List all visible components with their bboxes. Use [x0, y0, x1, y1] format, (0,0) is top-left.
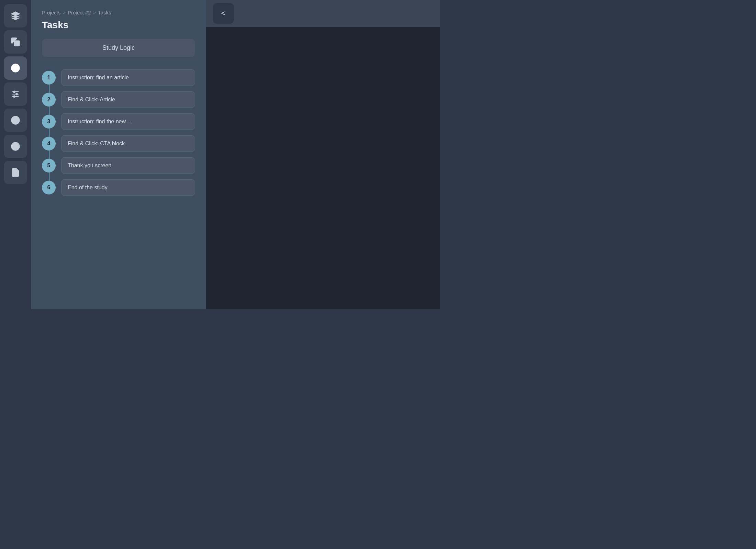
- task-number-2: 2: [42, 93, 56, 107]
- task-row: 5Thank you screen: [42, 155, 195, 177]
- breadcrumb-tasks[interactable]: Tasks: [98, 10, 111, 15]
- upload-icon[interactable]: [4, 109, 27, 132]
- task-row: 2Find & Click: Article: [42, 89, 195, 111]
- task-row: 6End of the study: [42, 177, 195, 199]
- task-row: 4Find & Click: CTA block: [42, 133, 195, 155]
- page-title: Tasks: [42, 20, 195, 31]
- svg-point-10: [13, 96, 15, 98]
- task-item-6[interactable]: End of the study: [61, 179, 195, 196]
- task-number-6: 6: [42, 181, 56, 194]
- copy-icon[interactable]: [4, 30, 27, 54]
- task-row: 1Instruction: find an article: [42, 67, 195, 89]
- svg-point-8: [13, 91, 15, 93]
- task-number-4: 4: [42, 137, 56, 150]
- svg-rect-1: [14, 41, 20, 46]
- right-panel-header: <: [206, 0, 440, 27]
- svg-point-9: [16, 93, 18, 95]
- target-icon[interactable]: [4, 56, 27, 80]
- right-panel: <: [206, 0, 440, 309]
- back-chevron-icon: <: [221, 9, 226, 18]
- right-panel-content: [206, 27, 440, 309]
- task-item-3[interactable]: Instruction: find the new...: [61, 113, 195, 130]
- task-number-1: 1: [42, 71, 56, 85]
- task-number-5: 5: [42, 159, 56, 172]
- task-item-4[interactable]: Find & Click: CTA block: [61, 135, 195, 152]
- sliders-icon[interactable]: [4, 82, 27, 106]
- task-item-2[interactable]: Find & Click: Article: [61, 91, 195, 108]
- breadcrumb-sep-1: >: [63, 10, 66, 15]
- breadcrumb-project2[interactable]: Project #2: [68, 10, 91, 15]
- breadcrumb-projects[interactable]: Projects: [42, 10, 60, 15]
- tasks-list: 1Instruction: find an article2Find & Cli…: [42, 67, 195, 199]
- breadcrumb-sep-2: >: [93, 10, 96, 15]
- breadcrumb: Projects > Project #2 > Tasks: [42, 10, 195, 15]
- task-row: 3Instruction: find the new...: [42, 111, 195, 133]
- task-number-3: 3: [42, 115, 56, 128]
- task-item-5[interactable]: Thank you screen: [61, 157, 195, 174]
- layers-icon[interactable]: [4, 4, 27, 27]
- document-icon[interactable]: [4, 161, 27, 184]
- study-logic-button[interactable]: Study Logic: [42, 39, 195, 57]
- task-item-1[interactable]: Instruction: find an article: [61, 69, 195, 86]
- main-panel: Projects > Project #2 > Tasks Tasks Stud…: [31, 0, 206, 309]
- svg-marker-0: [11, 12, 19, 16]
- sidebar: [0, 0, 31, 309]
- svg-point-4: [15, 67, 16, 69]
- back-button[interactable]: <: [213, 3, 234, 24]
- play-icon[interactable]: [4, 135, 27, 158]
